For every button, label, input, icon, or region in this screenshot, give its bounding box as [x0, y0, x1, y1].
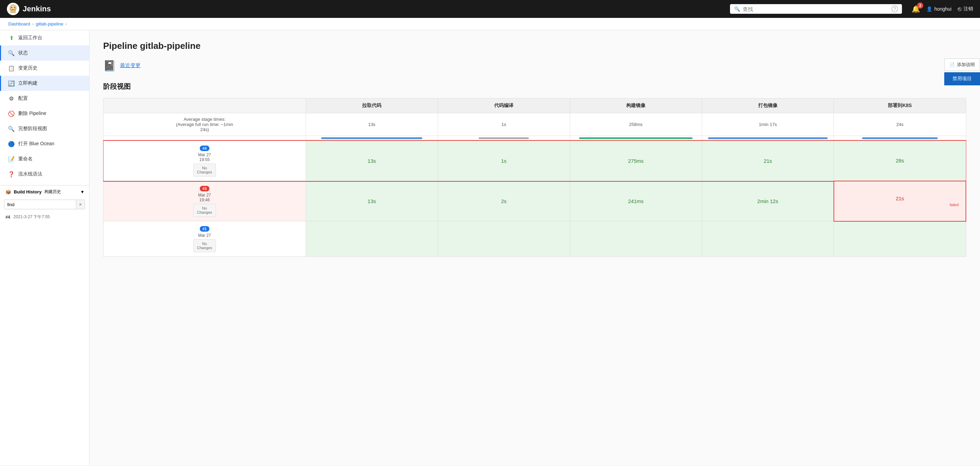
- logout-label: 注销: [964, 6, 973, 12]
- sidebar-label-build-now: 立即构建: [18, 80, 38, 86]
- progress-bar-3: [708, 137, 828, 139]
- sidebar-item-status[interactable]: 🔍 状态: [0, 45, 89, 61]
- build-4-stage-0[interactable]: 13s: [306, 141, 438, 181]
- breadcrumb-dashboard[interactable]: Dashboard: [8, 21, 30, 27]
- build-meta-1: #1 Mar 27 No Changes: [103, 221, 306, 257]
- stage-header-3: 打包镜像: [702, 99, 834, 113]
- search-icon: 🔍: [734, 6, 740, 12]
- recent-changes-link[interactable]: 最近变更: [120, 62, 141, 69]
- build-time-4: 19:55: [107, 157, 302, 162]
- build-history-subtitle: 构建历史: [45, 189, 61, 195]
- stage-view-title: 阶段视图: [103, 82, 966, 91]
- build-1-stage-3[interactable]: [702, 221, 834, 257]
- build-time-3: 19:46: [107, 198, 302, 203]
- build-1-stage-0[interactable]: [306, 221, 438, 257]
- stage-table-wrapper: 拉取代码 代码编译 构建镜像 打包镜像 部署到K8S Average stage…: [103, 98, 966, 257]
- username-label: honghui: [934, 6, 951, 12]
- sidebar: ⬆ 返回工作台 🔍 状态 📋 变更历史 🔄 立即构建 ⚙ 配置 🚫 删除 Pip…: [0, 30, 89, 465]
- failed-label: failed: [841, 203, 959, 207]
- no-changes-1: No Changes: [193, 239, 216, 252]
- sidebar-item-pipeline-syntax[interactable]: ❓ 流水线语法: [0, 167, 89, 182]
- build-3-stage-2[interactable]: 241ms: [570, 181, 702, 221]
- progress-bar-4: [862, 137, 938, 139]
- build-date: 2021-3-27 下午7:55: [13, 214, 49, 220]
- topnav-right-section: 🔔 2 👤 honghui ⎋ 注销: [912, 5, 973, 13]
- progress-bar-2: [579, 137, 692, 139]
- build-history-collapse-icon: ▾: [81, 189, 84, 195]
- build-1-stage-2[interactable]: [570, 221, 702, 257]
- build-history-search-input[interactable]: [5, 200, 76, 209]
- build-badge-1: #1: [200, 226, 209, 231]
- build-number: #4: [5, 215, 10, 220]
- sidebar-item-delete-pipeline[interactable]: 🚫 删除 Pipeline: [0, 106, 89, 121]
- build-date-4: Mar 27: [107, 152, 302, 157]
- breadcrumb-pipeline[interactable]: gitlab-pipeline: [36, 21, 63, 27]
- user-menu[interactable]: 👤 honghui: [926, 6, 951, 12]
- sidebar-item-full-stage-view[interactable]: 🔍 完整阶段视图: [0, 121, 89, 136]
- sidebar-label-delete: 删除 Pipeline: [18, 110, 46, 116]
- sidebar-item-configure[interactable]: ⚙ 配置: [0, 91, 89, 106]
- add-description-button[interactable]: 📄 添加说明: [944, 59, 980, 71]
- build-1-stage-1[interactable]: [438, 221, 570, 257]
- return-workspace-icon: ⬆: [8, 34, 15, 41]
- jenkins-logo[interactable]: Jenkins: [7, 3, 51, 15]
- progress-bar-1: [479, 137, 529, 139]
- right-buttons-panel: 📄 添加说明 禁用项目: [944, 59, 980, 85]
- full-stage-view-icon: 🔍: [8, 125, 15, 132]
- build-4-stage-3[interactable]: 21s: [702, 141, 834, 181]
- help-icon[interactable]: ?: [892, 5, 898, 13]
- svg-rect-4: [10, 11, 16, 13]
- build-date-1: Mar 27: [107, 233, 302, 238]
- build-history-search-bar[interactable]: ×: [4, 199, 85, 209]
- sidebar-label-return: 返回工作台: [18, 35, 42, 41]
- sidebar-label-blue-ocean: 打开 Blue Ocean: [18, 141, 54, 147]
- sidebar-label-change-history: 变更历史: [18, 65, 38, 71]
- empty-header: [103, 99, 306, 113]
- sidebar-label-pipeline-syntax: 流水线语法: [18, 171, 42, 177]
- build-4-stage-2[interactable]: 275ms: [570, 141, 702, 181]
- clear-search-button[interactable]: ×: [76, 200, 84, 209]
- sidebar-item-return-workspace[interactable]: ⬆ 返回工作台: [0, 30, 89, 45]
- build-meta-4: #4 Mar 27 19:55 No Changes: [103, 141, 306, 181]
- notification-bell[interactable]: 🔔 2: [912, 5, 920, 13]
- stage-header-2: 构建镜像: [570, 99, 702, 113]
- search-bar[interactable]: 🔍 ?: [730, 4, 902, 14]
- avg-time-2: 258ms: [570, 113, 702, 136]
- build-history-item[interactable]: #4 2021-3-27 下午7:55: [0, 212, 89, 222]
- main-layout: ⬆ 返回工作台 🔍 状态 📋 变更历史 🔄 立即构建 ⚙ 配置 🚫 删除 Pip…: [0, 30, 980, 465]
- main-content: Pipeline gitlab-pipeline 📓 最近变更 阶段视图 拉取代…: [89, 30, 980, 465]
- disable-project-button[interactable]: 禁用项目: [944, 72, 980, 85]
- build-1-stage-4[interactable]: [834, 221, 966, 257]
- build-3-stage-4-failed[interactable]: 21s failed: [834, 181, 966, 221]
- no-changes-4: No Changes: [193, 163, 216, 177]
- build-history-section: 📦 Build History 构建历史 ▾ × #4 2021-3-27 下午…: [0, 185, 89, 222]
- build-3-stage-1[interactable]: 2s: [438, 181, 570, 221]
- jenkins-title: Jenkins: [23, 5, 51, 13]
- sidebar-item-change-history[interactable]: 📋 变更历史: [0, 61, 89, 76]
- avg-time-3: 1min 17s: [702, 113, 834, 136]
- sidebar-label-configure: 配置: [18, 95, 28, 102]
- avg-time-4: 24s: [834, 113, 966, 136]
- logout-button[interactable]: ⎋ 注销: [958, 5, 973, 13]
- notepad-icon: 📓: [103, 59, 116, 72]
- breadcrumb-sep-1: ›: [32, 21, 34, 27]
- blue-ocean-icon: 🔵: [8, 140, 15, 147]
- avg-label: Average stage times: (Average full run t…: [103, 113, 306, 136]
- search-input[interactable]: [743, 6, 889, 12]
- add-desc-label: 添加说明: [957, 62, 975, 68]
- recent-changes-section: 📓 最近变更: [103, 59, 966, 72]
- user-icon: 👤: [926, 6, 932, 12]
- stage-header-4: 部署到K8S: [834, 99, 966, 113]
- build-3-stage-0[interactable]: 13s: [306, 181, 438, 221]
- avg-time-1: 1s: [438, 113, 570, 136]
- sidebar-item-blue-ocean[interactable]: 🔵 打开 Blue Ocean: [0, 136, 89, 152]
- build-row-3: #3 Mar 27 19:46 No Changes 13s 2s 241ms …: [103, 181, 966, 221]
- sidebar-item-build-now[interactable]: 🔄 立即构建: [0, 76, 89, 91]
- sidebar-item-rename[interactable]: 📝 重命名: [0, 152, 89, 167]
- logout-icon: ⎋: [958, 5, 961, 13]
- build-3-stage-3[interactable]: 2min 12s: [702, 181, 834, 221]
- build-history-header[interactable]: 📦 Build History 构建历史 ▾: [0, 185, 89, 198]
- build-4-stage-1[interactable]: 1s: [438, 141, 570, 181]
- build-4-stage-4[interactable]: 28s: [834, 141, 966, 181]
- delete-pipeline-icon: 🚫: [8, 110, 15, 117]
